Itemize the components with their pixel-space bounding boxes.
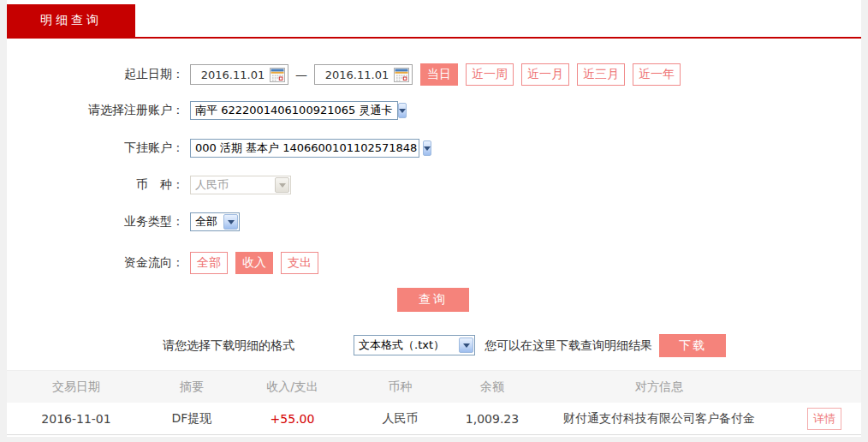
quick-range-year-button[interactable]: 近一年 [633, 63, 681, 86]
currency-label: 币 种： [7, 177, 184, 193]
chevron-down-icon[interactable] [398, 103, 407, 118]
header-summary: 摘要 [146, 379, 238, 395]
fund-flow-income-button[interactable]: 收入 [235, 252, 273, 274]
currency-value: 人民币 [191, 177, 274, 193]
chevron-down-icon [275, 177, 289, 193]
header-counterparty: 对方信息 [531, 379, 788, 395]
business-type-row: 业务类型： 全部 [7, 212, 240, 231]
sub-account-label: 下挂账户： [7, 140, 184, 156]
quick-range-month-button[interactable]: 近一月 [521, 63, 569, 86]
business-type-select[interactable]: 全部 [190, 212, 240, 231]
fund-flow-row: 资金流向： 全部 收入 支出 [7, 252, 318, 274]
fund-flow-expense-button[interactable]: 支出 [281, 252, 318, 274]
end-date-input[interactable]: 2016.11.01 [314, 64, 413, 85]
fund-flow-all-button[interactable]: 全部 [190, 252, 228, 274]
header-balance: 余额 [454, 379, 531, 395]
cell-trade-date: 2016-11-01 [7, 412, 146, 426]
cell-counterparty: 财付通支付科技有限公司客户备付金 [531, 411, 788, 427]
start-date-input[interactable]: 2016.11.01 [190, 64, 288, 85]
business-type-label: 业务类型： [7, 214, 184, 230]
date-range-separator: — [295, 68, 307, 81]
chevron-down-icon[interactable] [223, 214, 238, 230]
cell-currency: 人民币 [347, 411, 454, 427]
download-hint-text: 您可以在这里下载查询明细结果 [485, 338, 652, 354]
download-format-label: 请您选择下载明细的格式 [163, 338, 294, 354]
chevron-down-icon[interactable] [423, 140, 431, 156]
chevron-down-icon[interactable] [459, 337, 473, 353]
sub-account-select[interactable]: 000 活期 基本户 1406600101102571848 [190, 139, 419, 158]
table-row: 2016-11-01 DF提现 +55.00 人民币 1,009.23 财付通支… [7, 403, 861, 435]
currency-row: 币 种： 人民币 [7, 176, 291, 194]
register-account-row: 请选择注册账户： 南平 6222001406100921065 灵通卡 [7, 101, 398, 120]
table-header-row: 交易日期 摘要 收入/支出 币种 余额 对方信息 [7, 370, 861, 403]
download-button[interactable]: 下载 [659, 334, 726, 357]
sub-account-row: 下挂账户： 000 活期 基本户 1406600101102571848 [7, 139, 419, 158]
calendar-icon[interactable] [394, 68, 409, 82]
query-button[interactable]: 查询 [397, 288, 469, 312]
cell-balance: 1,009.23 [454, 412, 531, 426]
detail-button[interactable]: 详情 [807, 408, 841, 430]
download-row: 请您选择下载明细的格式 文本格式（.txt） 您可以在这里下载查询明细结果 下载 [7, 334, 861, 358]
fund-flow-label: 资金流向： [7, 255, 184, 271]
business-type-value: 全部 [191, 214, 223, 230]
download-format-value: 文本格式（.txt） [354, 337, 458, 353]
end-date-value: 2016.11.01 [320, 69, 394, 81]
start-date-value: 2016.11.01 [196, 69, 270, 81]
calendar-icon[interactable] [270, 68, 285, 82]
sub-account-value: 000 活期 基本户 1406600101102571848 [191, 140, 422, 156]
register-account-label: 请选择注册账户： [7, 103, 184, 118]
header-income-expense: 收入/支出 [238, 379, 347, 395]
cell-amount: +55.00 [238, 412, 347, 426]
register-account-select[interactable]: 南平 6222001406100921065 灵通卡 [190, 101, 398, 120]
page-content: 明细查询 起止日期： 2016.11.01 [7, 0, 861, 437]
quick-range-today-button[interactable]: 当日 [420, 63, 458, 86]
tab-underline [7, 37, 861, 39]
download-format-select[interactable]: 文本格式（.txt） [354, 335, 475, 355]
header-currency: 币种 [347, 379, 454, 395]
quick-range-quarter-button[interactable]: 近三月 [577, 63, 625, 86]
date-range-row: 起止日期： 2016.11.01 [7, 63, 681, 86]
cell-summary: DF提现 [146, 411, 238, 427]
date-range-label: 起止日期： [7, 67, 184, 82]
tab-detail-query[interactable]: 明细查询 [7, 4, 135, 37]
quick-range-week-button[interactable]: 近一周 [466, 63, 514, 86]
header-trade-date: 交易日期 [7, 379, 146, 395]
register-account-value: 南平 6222001406100921065 灵通卡 [191, 103, 397, 118]
currency-select: 人民币 [190, 176, 291, 194]
